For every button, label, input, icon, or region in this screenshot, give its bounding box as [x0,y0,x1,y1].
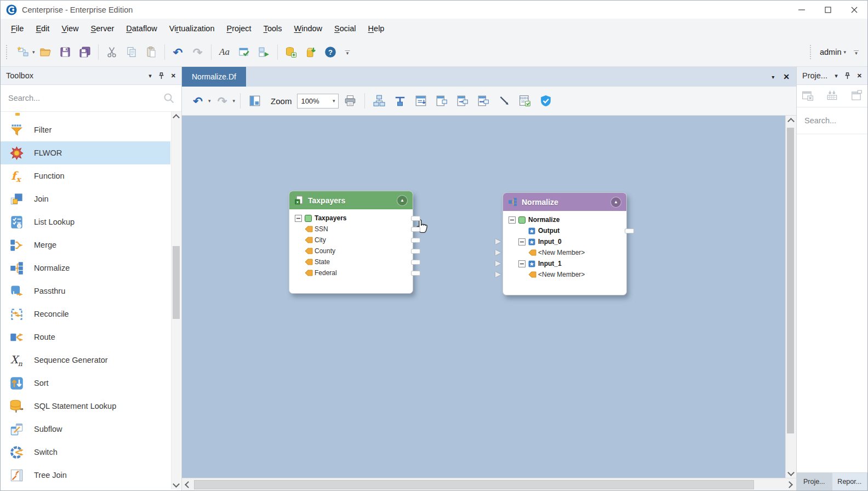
panel-tab-proje[interactable]: Proje... [797,473,832,490]
print-button[interactable] [341,91,359,111]
node-tree-row[interactable]: Normalize [503,214,626,225]
output-port[interactable] [411,238,420,243]
input-port[interactable] [495,239,501,244]
expand-all-button[interactable] [412,91,430,111]
close-button[interactable] [841,1,867,19]
preview-data-button[interactable]: 0100110 [516,91,534,111]
tab-list-caret-icon[interactable]: ▾ [772,74,774,80]
scroll-down-arrow[interactable] [786,469,796,478]
toolbox-item-flwor[interactable]: FLWOR [1,141,170,164]
user-menu-caret[interactable]: ▾ [843,49,846,55]
canvas-horizontal-scrollbar[interactable] [182,478,796,490]
expand-collapse-all-button[interactable] [474,91,493,111]
scrollbar-thumb[interactable] [787,128,794,433]
menu-server[interactable]: Server [85,20,121,37]
toolbox-search-input[interactable] [7,93,163,103]
project-pin-icon[interactable] [844,72,850,79]
tree-collapse-icon[interactable] [518,238,528,246]
job-schedule-button[interactable] [282,42,300,62]
node-tree-row[interactable]: Output [503,225,626,236]
scroll-right-arrow[interactable] [785,480,795,489]
menu-file[interactable]: File [5,20,30,37]
toolbox-item-switch[interactable]: Switch [1,441,170,464]
verify-shield-button[interactable] [536,91,555,111]
toolbox-item-merge[interactable]: Merge [1,233,170,256]
close-view-icon[interactable] [801,90,814,102]
open-button[interactable] [36,42,55,62]
output-port[interactable] [411,271,420,276]
node-tree-row[interactable]: <New Member> [503,247,626,258]
user-menu[interactable]: admin [820,48,842,56]
output-port[interactable] [411,216,420,221]
toolbox-item-join[interactable]: Join [1,187,170,210]
maximize-button[interactable] [815,1,841,19]
input-port[interactable] [495,272,501,277]
node-header[interactable]: xTaxpayers▲ [289,191,413,209]
tab-normalize-df[interactable]: Normalize.Df [182,67,246,87]
font-button[interactable]: Aa [215,42,234,62]
draw-link-button[interactable] [495,91,513,111]
copy-button[interactable] [122,42,141,62]
minimize-button[interactable] [789,1,815,19]
menu-help[interactable]: Help [362,20,391,37]
toolbar-overflow-button[interactable]: —▾ [341,49,355,55]
toolbar-grip[interactable] [6,45,9,59]
node-tree-row[interactable]: Taxpayers [289,213,413,224]
paste-button[interactable] [142,42,161,62]
scroll-up-arrow[interactable] [786,116,796,124]
toolbox-item-tree-join[interactable]: Tree Join [1,464,170,487]
cut-button[interactable] [102,42,121,62]
import-items-icon[interactable] [826,90,839,102]
scroll-left-arrow[interactable] [182,480,192,489]
tree-collapse-icon[interactable] [509,216,518,224]
redo-button[interactable]: ↷ [189,42,207,62]
toolbox-item-sequence-generator[interactable]: XnSequence Generator [1,349,170,372]
scrollbar-thumb[interactable] [194,480,754,489]
toolbox-item-subflow[interactable]: Subflow [1,418,170,441]
panel-tab-repor[interactable]: Repor... [832,473,868,490]
canvas-redo-button[interactable]: ↷ [213,91,232,111]
toolbox-item-function[interactable]: fxFunction [1,164,170,187]
output-port[interactable] [625,229,634,233]
tree-collapse-icon[interactable] [518,260,528,267]
undo-button[interactable]: ↶ [169,42,187,62]
new-dataflow-button[interactable] [14,42,32,62]
toolbox-item-sql-statement-lookup[interactable]: SQL Statement Lookup [1,395,170,418]
toolbox-pin-icon[interactable] [158,72,164,79]
canvas[interactable]: xTaxpayers▲TaxpayersSSNCityCountyStateFe… [182,116,785,478]
menu-view[interactable]: View [55,20,84,37]
node-tree-row[interactable]: Input_1 [503,258,626,269]
toolbox-scrollbar[interactable] [171,112,181,489]
collapse-node-button[interactable]: ▲ [397,195,408,206]
canvas-undo-button[interactable]: ↶ [189,91,207,111]
menu-tools[interactable]: Tools [258,20,288,37]
node-taxpayers[interactable]: xTaxpayers▲TaxpayersSSNCityCountyStateFe… [289,191,413,294]
project-search-input[interactable] [803,116,868,125]
toolbox-item-sort[interactable]: Sort [1,372,170,395]
show-ports-button[interactable] [432,91,451,111]
output-port[interactable] [411,227,420,232]
toolbar-grip[interactable] [810,45,813,59]
menu-social[interactable]: Social [328,20,362,37]
help-button[interactable]: ? [321,42,340,62]
collapse-node-button[interactable]: ▲ [610,197,621,208]
canvas-vertical-scrollbar[interactable] [785,116,796,478]
node-tree-row[interactable]: Input_0 [503,236,626,247]
toolbox-close-icon[interactable]: ✕ [171,72,176,79]
save-all-button[interactable] [76,42,94,62]
node-tree-row[interactable]: <New Member> [503,269,626,280]
node-tree-row[interactable]: SSN [289,224,413,235]
new-view-icon[interactable] [850,90,863,102]
job-run-button[interactable] [301,42,320,62]
toolbox-item-passthru[interactable]: Passthru [1,279,170,302]
project-close-icon[interactable]: ✕ [857,72,862,79]
output-port[interactable] [411,249,420,254]
toolbar-overflow-button[interactable]: —▾ [849,49,863,55]
redo-dropdown-caret[interactable]: ▾ [233,98,236,104]
scroll-up-arrow[interactable] [172,112,181,121]
toolbox-dropdown-caret-icon[interactable]: ▾ [149,72,152,79]
tab-close-icon[interactable]: ✕ [783,72,790,81]
toolbox-item-normalize[interactable]: Normalize [1,256,170,279]
node-tree-row[interactable]: Federal [289,267,413,278]
toolbox-item-route[interactable]: Route [1,326,170,349]
